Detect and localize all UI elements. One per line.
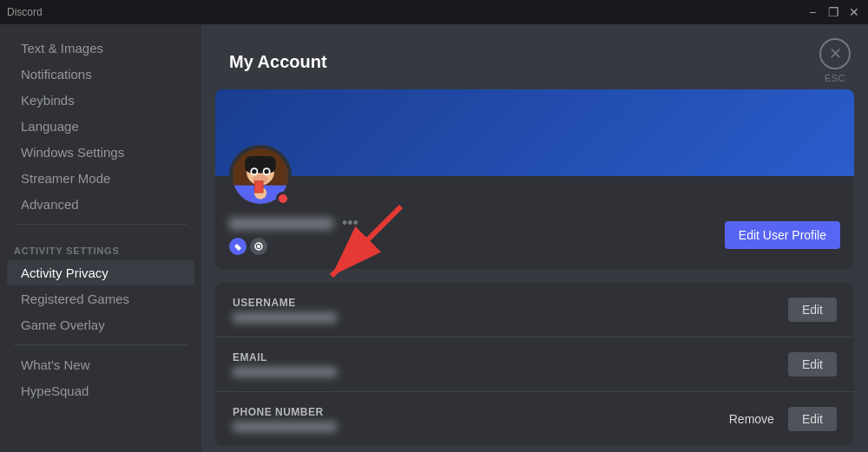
sidebar-divider-1 bbox=[14, 224, 187, 225]
profile-name-section: ••• bbox=[229, 214, 358, 255]
username-actions: Edit bbox=[788, 298, 837, 322]
username-field-row: USERNAME Edit bbox=[215, 283, 854, 337]
window-controls: − ❐ ✕ bbox=[806, 5, 861, 19]
sidebar-divider-2 bbox=[14, 344, 187, 345]
profile-name-area: ••• bbox=[229, 214, 358, 233]
esc-icon-circle: ✕ bbox=[819, 38, 851, 69]
activity-settings-section-label: ACTIVITY SETTINGS bbox=[0, 232, 201, 259]
svg-rect-3 bbox=[245, 156, 276, 174]
profile-info: ••• bbox=[215, 176, 854, 269]
profile-banner bbox=[215, 89, 854, 176]
sidebar: Text & Images Notifications Keybinds Lan… bbox=[0, 24, 201, 452]
sidebar-item-whats-new[interactable]: What's New bbox=[7, 352, 194, 377]
page-title: My Account bbox=[201, 24, 868, 89]
username-edit-button[interactable]: Edit bbox=[788, 298, 837, 322]
app-layout: Text & Images Notifications Keybinds Lan… bbox=[0, 24, 868, 452]
fields-section: USERNAME Edit EMAIL Edit bbox=[215, 283, 854, 446]
sidebar-item-language[interactable]: Language bbox=[7, 114, 194, 139]
sidebar-item-hypesquad[interactable]: HypeSquad bbox=[7, 378, 194, 403]
profile-details: ••• bbox=[229, 176, 840, 255]
phone-remove-button[interactable]: Remove bbox=[722, 407, 781, 431]
username-field-info: USERNAME bbox=[233, 297, 337, 323]
titlebar: Discord − ❐ ✕ bbox=[0, 0, 868, 24]
edit-profile-button[interactable]: Edit User Profile bbox=[725, 221, 840, 249]
sidebar-item-game-overlay[interactable]: Game Overlay bbox=[7, 312, 194, 337]
email-field-row: EMAIL Edit bbox=[215, 337, 854, 392]
email-value bbox=[233, 367, 337, 377]
username-value bbox=[233, 312, 337, 323]
phone-field-row: PHONE NUMBER Remove Edit bbox=[215, 392, 854, 446]
email-actions: Edit bbox=[788, 352, 837, 377]
status-dot bbox=[276, 192, 290, 206]
more-options-icon[interactable]: ••• bbox=[342, 214, 358, 233]
username-display bbox=[229, 218, 333, 230]
badges-area bbox=[229, 238, 358, 255]
sidebar-item-registered-games[interactable]: Registered Games bbox=[7, 286, 194, 311]
sidebar-item-text-images[interactable]: Text & Images bbox=[7, 36, 194, 61]
profile-area: ••• bbox=[215, 89, 854, 269]
phone-label: PHONE NUMBER bbox=[233, 406, 337, 418]
close-button[interactable]: ✕ bbox=[847, 5, 861, 19]
svg-point-6 bbox=[252, 169, 256, 174]
phone-edit-button[interactable]: Edit bbox=[788, 407, 837, 431]
sidebar-item-windows-settings[interactable]: Windows Settings bbox=[7, 140, 194, 165]
main-content: ✕ ESC My Account bbox=[201, 24, 868, 452]
verified-badge bbox=[250, 238, 267, 255]
esc-button[interactable]: ✕ ESC bbox=[819, 38, 851, 83]
esc-label: ESC bbox=[825, 73, 845, 83]
nitro-badge bbox=[229, 238, 247, 255]
svg-point-7 bbox=[264, 169, 268, 174]
restore-button[interactable]: ❐ bbox=[826, 5, 840, 19]
sidebar-item-keybinds[interactable]: Keybinds bbox=[7, 88, 194, 113]
sidebar-item-activity-privacy[interactable]: Activity Privacy bbox=[7, 260, 194, 285]
email-field-info: EMAIL bbox=[233, 351, 337, 377]
svg-rect-12 bbox=[255, 181, 263, 192]
phone-value bbox=[233, 422, 337, 432]
minimize-button[interactable]: − bbox=[806, 5, 819, 19]
svg-point-14 bbox=[257, 245, 260, 248]
username-label: USERNAME bbox=[233, 297, 337, 309]
phone-field-info: PHONE NUMBER bbox=[233, 406, 337, 432]
app-title: Discord bbox=[7, 6, 43, 18]
sidebar-item-notifications[interactable]: Notifications bbox=[7, 62, 194, 87]
sidebar-item-streamer-mode[interactable]: Streamer Mode bbox=[7, 166, 194, 191]
avatar-wrapper bbox=[229, 145, 292, 207]
sidebar-item-advanced[interactable]: Advanced bbox=[7, 192, 194, 217]
email-edit-button[interactable]: Edit bbox=[788, 352, 837, 377]
main-scroll[interactable]: ✕ ESC My Account bbox=[201, 24, 868, 452]
phone-actions: Remove Edit bbox=[722, 407, 837, 431]
email-label: EMAIL bbox=[233, 351, 337, 364]
